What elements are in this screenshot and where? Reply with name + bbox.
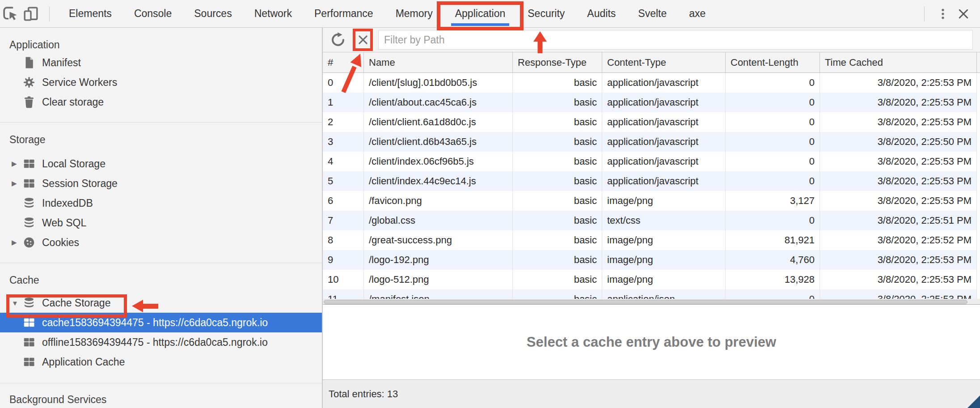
chevron-right-icon[interactable]: ▶ xyxy=(12,179,22,187)
refresh-button[interactable] xyxy=(328,30,348,50)
tab-network[interactable]: Network xyxy=(243,0,303,27)
clear-x-icon xyxy=(357,34,369,46)
devtools-close-button[interactable] xyxy=(953,4,974,24)
table-row[interactable]: 1/client/about.cac45ca6.jsbasicapplicati… xyxy=(323,93,977,112)
sidebar-item-cache-storage[interactable]: ▼ Cache Storage xyxy=(0,293,322,313)
table-row[interactable]: 9/logo-192.pngbasicimage/png4,7603/8/202… xyxy=(323,250,977,270)
cell-time: 3/8/2020, 2:25:52 PM xyxy=(820,230,977,250)
tab-memory[interactable]: Memory xyxy=(384,0,444,27)
table-row[interactable]: 0/client/[slug].01bd0b05.jsbasicapplicat… xyxy=(323,73,977,93)
sidebar-item-label: Manifest xyxy=(42,57,81,69)
cell-clen: 0 xyxy=(726,289,820,299)
sidebar-item-offline-cache-entry[interactable]: offline1583694394475 - https://c6da0ca5.… xyxy=(0,332,322,352)
cache-table-header: # Name Response-Type Content-Type Conten… xyxy=(323,52,980,73)
window-resize-corner xyxy=(967,395,980,408)
cell-clen: 13,928 xyxy=(726,270,820,289)
sidebar-item-service-workers[interactable]: Service Workers xyxy=(0,72,322,92)
sidebar-divider xyxy=(0,263,322,263)
cell-num: 3 xyxy=(323,132,364,152)
sidebar-item-label: Clear storage xyxy=(42,96,104,108)
sidebar-item-label: Local Storage xyxy=(42,158,106,170)
cell-num: 4 xyxy=(323,152,364,171)
table-icon xyxy=(22,316,36,329)
table-row[interactable]: 11/manifest.jsonbasicapplication/json03/… xyxy=(323,289,977,299)
horizontal-scrollbar[interactable] xyxy=(323,299,980,305)
database-icon xyxy=(22,216,36,230)
cell-num: 8 xyxy=(323,230,364,250)
cell-clen: 0 xyxy=(726,152,820,171)
cache-summary-footer: Total entries: 13 xyxy=(323,379,980,408)
column-header-content-type[interactable]: Content-Type xyxy=(602,52,726,72)
cell-time: 3/8/2020, 2:25:53 PM xyxy=(820,171,977,191)
table-row[interactable]: 3/client/client.d6b43a65.jsbasicapplicat… xyxy=(323,132,977,152)
cell-ctype: text/css xyxy=(602,211,726,230)
chevron-right-icon[interactable]: ▶ xyxy=(12,160,22,168)
sidebar-item-cookies[interactable]: ▶ Cookies xyxy=(0,233,322,252)
table-row[interactable]: 7/global.cssbasictext/css03/8/2020, 2:25… xyxy=(323,211,977,230)
sidebar-item-web-sql[interactable]: Web SQL xyxy=(0,213,322,233)
sidebar-item-indexeddb[interactable]: IndexedDB xyxy=(0,193,322,213)
devtools-toolbar: Elements Console Sources Network Perform… xyxy=(0,0,980,28)
sidebar-item-label: Application Cache xyxy=(42,356,125,368)
chevron-right-icon[interactable]: ▶ xyxy=(12,238,22,246)
tab-audits[interactable]: Audits xyxy=(576,0,627,27)
scrollbar-thumb[interactable] xyxy=(324,300,967,304)
sidebar-item-session-storage[interactable]: ▶ Session Storage xyxy=(0,174,322,193)
cell-rtype: basic xyxy=(513,211,602,230)
cell-ctype: application/json xyxy=(602,289,726,299)
sidebar-item-label: IndexedDB xyxy=(42,197,93,209)
active-tab-underline xyxy=(451,23,510,26)
clear-filter-button[interactable] xyxy=(357,34,369,46)
file-icon xyxy=(22,56,36,69)
sidebar-item-label: Cookies xyxy=(42,237,79,249)
table-row[interactable]: 2/client/client.6a1d8d0c.jsbasicapplicat… xyxy=(323,112,977,132)
filter-by-path-input[interactable] xyxy=(378,30,973,50)
sidebar-item-manifest[interactable]: Manifest xyxy=(0,53,322,72)
cell-time: 3/8/2020, 2:25:53 PM xyxy=(820,152,977,171)
cell-rtype: basic xyxy=(513,289,602,299)
sidebar-item-local-storage[interactable]: ▶ Local Storage xyxy=(0,154,322,174)
sidebar-divider xyxy=(0,383,322,383)
database-icon xyxy=(22,296,36,310)
column-header-time-cached[interactable]: Time Cached xyxy=(820,52,977,72)
device-toolbar-button[interactable] xyxy=(21,4,41,24)
table-row[interactable]: 10/logo-512.pngbasicimage/png13,9283/8/2… xyxy=(323,270,977,289)
devtools-menu-button[interactable] xyxy=(933,4,953,24)
table-row[interactable]: 4/client/index.06cf96b5.jsbasicapplicati… xyxy=(323,152,977,171)
cell-time: 3/8/2020, 2:25:53 PM xyxy=(820,191,977,211)
sidebar-item-clear-storage[interactable]: Clear storage xyxy=(0,92,322,112)
cell-clen: 3,127 xyxy=(726,191,820,211)
sidebar-item-cache-entry[interactable]: cache1583694394475 - https://c6da0ca5.ng… xyxy=(0,313,322,332)
column-header-response-type[interactable]: Response-Type xyxy=(513,52,602,72)
inspect-element-button[interactable] xyxy=(0,4,21,24)
chevron-down-icon[interactable]: ▼ xyxy=(12,299,22,307)
tab-svelte[interactable]: Svelte xyxy=(627,0,678,27)
tab-application[interactable]: Application xyxy=(444,0,517,27)
total-entries-label: Total entries: 13 xyxy=(329,388,398,400)
cell-rtype: basic xyxy=(513,270,602,289)
tab-elements[interactable]: Elements xyxy=(58,0,123,27)
table-row[interactable]: 8/great-success.pngbasicimage/png81,9213… xyxy=(323,230,977,250)
column-header-content-length[interactable]: Content-Length xyxy=(726,52,820,72)
tab-security[interactable]: Security xyxy=(516,0,576,27)
cell-time: 3/8/2020, 2:25:50 PM xyxy=(820,132,977,152)
tab-performance[interactable]: Performance xyxy=(303,0,384,27)
cell-name: /client/about.cac45ca6.js xyxy=(364,93,513,112)
column-header-index[interactable]: # xyxy=(323,52,364,72)
tab-axe[interactable]: axe xyxy=(678,0,717,27)
cell-num: 9 xyxy=(323,250,364,270)
cell-rtype: basic xyxy=(513,152,602,171)
tab-console[interactable]: Console xyxy=(123,0,183,27)
gear-icon xyxy=(22,76,36,89)
tab-sources[interactable]: Sources xyxy=(183,0,243,27)
refresh-icon xyxy=(330,32,346,48)
cache-preview-area: Select a cache entry above to preview xyxy=(323,305,980,379)
column-header-name[interactable]: Name xyxy=(364,52,513,72)
table-row[interactable]: 5/client/index.44c9ec14.jsbasicapplicati… xyxy=(323,171,977,191)
cell-clen: 0 xyxy=(726,171,820,191)
cell-num: 1 xyxy=(323,93,364,112)
cell-clen: 0 xyxy=(726,93,820,112)
sidebar-item-application-cache[interactable]: Application Cache xyxy=(0,352,322,372)
table-row[interactable]: 6/favicon.pngbasicimage/png3,1273/8/2020… xyxy=(323,191,977,211)
cell-clen: 4,760 xyxy=(726,250,820,270)
